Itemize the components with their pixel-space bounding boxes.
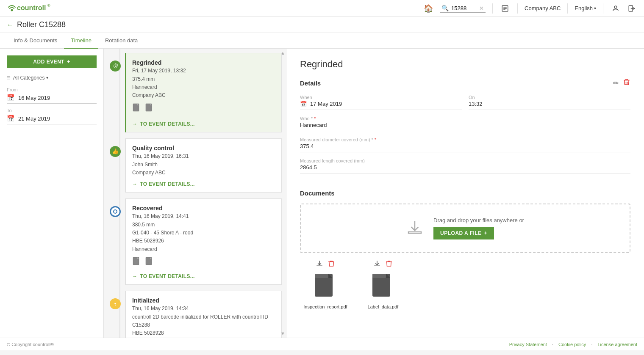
- event-link-arrow-regrinded: →: [132, 121, 137, 127]
- event-link-label-regrinded: TO EVENT DETAILS...: [140, 121, 194, 127]
- on-field: On 13:32: [469, 95, 630, 110]
- svg-point-10: [115, 66, 116, 67]
- add-event-icon: +: [67, 59, 70, 65]
- doc-delete-0[interactable]: [328, 260, 335, 269]
- length-field: Measured length covered (mm) 2864.5: [300, 158, 630, 173]
- diameter-value: 375.4: [300, 143, 630, 149]
- event-title-regrinded: Regrinded: [132, 59, 275, 66]
- doc-icon-button[interactable]: [500, 3, 511, 14]
- footer-link-privacy[interactable]: Privacy Statement: [509, 342, 547, 347]
- footer-link-cookie[interactable]: Cookie policy: [558, 342, 586, 347]
- svg-point-19: [114, 303, 116, 304]
- event-docs-recovered: [132, 257, 275, 269]
- page-title: Roller C15288: [17, 20, 66, 29]
- doc-icon-3: [132, 257, 142, 269]
- top-nav: countroll ® 🏠 🔍 15288 ✕ Company ABC Engl…: [0, 0, 644, 17]
- timeline-item-regrinded: Regrinded Fri, 17 May 2019, 13:32 375.4 …: [125, 53, 282, 132]
- left-panel: ADD EVENT + ≡ All Categories ▾ From 📅 16…: [0, 49, 104, 338]
- upload-download-icon: [406, 219, 423, 237]
- timeline-item-initialized: Initialized Thu, 16 May 2019, 14:34 coun…: [125, 291, 282, 338]
- edit-button[interactable]: ✏: [613, 78, 619, 88]
- svg-point-7: [614, 6, 617, 8]
- tab-timeline[interactable]: Timeline: [64, 33, 98, 49]
- event-date-quality: Thu, 16 May 2019, 16:31: [132, 153, 275, 159]
- documents-label: Documents: [300, 190, 335, 197]
- language-selector[interactable]: English ▾: [575, 5, 596, 11]
- from-date-field[interactable]: 📅 16 May 2019: [7, 94, 97, 104]
- footer-sep-2: ·: [591, 342, 592, 347]
- upload-label: UPLOAD A FILE: [440, 230, 482, 236]
- main-layout: ADD EVENT + ≡ All Categories ▾ From 📅 16…: [0, 49, 644, 338]
- when-value: 📅 17 May 2019: [300, 101, 462, 107]
- detail-actions: ✏: [613, 78, 630, 88]
- doc-download-1[interactable]: [373, 260, 381, 269]
- event-card-quality[interactable]: Quality control Thu, 16 May 2019, 16:31 …: [125, 138, 282, 193]
- event-title-recovered: Recovered: [132, 205, 275, 212]
- who-label: Who *: [300, 116, 630, 121]
- doc-download-0[interactable]: [316, 260, 323, 269]
- category-filter-dropdown[interactable]: All Categories ▾: [13, 75, 49, 81]
- length-label: Measured length covered (mm): [300, 158, 630, 163]
- search-input[interactable]: 15288: [451, 5, 477, 11]
- event-link-recovered[interactable]: → TO EVENT DETAILS...: [132, 273, 275, 279]
- doc-file-1: Label_data.pdf: [358, 260, 408, 309]
- upload-button[interactable]: UPLOAD A FILE +: [433, 227, 494, 239]
- to-date-field[interactable]: 📅 21 May 2019: [7, 115, 97, 124]
- timeline-dot-recovered: [110, 206, 121, 217]
- event-meta-quality: John Smith Company ABC: [132, 161, 275, 177]
- timeline-line: [119, 49, 120, 338]
- filter-label: All Categories: [13, 75, 45, 81]
- event-link-regrinded[interactable]: → TO EVENT DETAILS...: [132, 121, 275, 127]
- logout-button[interactable]: [626, 3, 637, 14]
- search-icon: 🔍: [441, 5, 449, 11]
- svg-text:®: ®: [47, 3, 50, 8]
- doc-file-0-actions: [300, 260, 351, 269]
- event-card-regrinded[interactable]: Regrinded Fri, 17 May 2019, 13:32 375.4 …: [125, 53, 282, 132]
- from-label: From: [7, 87, 97, 92]
- who-field: Who * Hannecard: [300, 116, 630, 131]
- doc-icon-1: [132, 103, 142, 117]
- tabs: Info & Documents Timeline Rotation data: [0, 33, 644, 49]
- clear-search-button[interactable]: ✕: [479, 5, 484, 11]
- diameter-field: Measured diameter covered (mm) * 375.4: [300, 137, 630, 152]
- doc-delete-1[interactable]: [385, 260, 393, 269]
- back-button[interactable]: ←: [7, 21, 14, 29]
- timeline-scroll: ▲ Regrinded Fri, 17 May 2019, 13:32 375.…: [125, 49, 286, 338]
- user-button[interactable]: [610, 3, 621, 14]
- to-date-value: 21 May 2019: [18, 116, 50, 122]
- right-panel: Regrinded Details ✏: [286, 49, 644, 338]
- drop-zone[interactable]: Drag and drop your files anywhere or UPL…: [300, 204, 630, 253]
- lang-dropdown-icon: ▾: [594, 6, 596, 11]
- filter-row: ≡ All Categories ▾: [7, 74, 97, 81]
- event-card-recovered[interactable]: Recovered Thu, 16 May 2019, 14:41 380.5 …: [125, 198, 282, 285]
- home-button[interactable]: 🏠: [422, 2, 435, 15]
- filter-icon: ≡: [7, 74, 11, 81]
- event-date-regrinded: Fri, 17 May 2019, 13:32: [132, 68, 275, 74]
- details-section-header: Details ✏: [300, 78, 630, 88]
- delete-button[interactable]: [623, 78, 630, 88]
- scroll-down-indicator[interactable]: ▼: [280, 331, 285, 336]
- event-card-initialized[interactable]: Initialized Thu, 16 May 2019, 14:34 coun…: [125, 291, 282, 338]
- event-link-arrow-recovered: →: [132, 273, 137, 279]
- timeline-dot-initialized: [110, 298, 121, 309]
- to-calendar-icon: 📅: [7, 115, 15, 122]
- on-value: 13:32: [469, 101, 630, 107]
- tab-info[interactable]: Info & Documents: [7, 33, 64, 49]
- event-link-quality[interactable]: → TO EVENT DETAILS...: [132, 181, 275, 187]
- svg-point-0: [11, 9, 13, 11]
- diameter-label: Measured diameter covered (mm) *: [300, 137, 630, 142]
- tab-rotation[interactable]: Rotation data: [98, 33, 144, 49]
- drag-drop-text: Drag and drop your files anywhere or: [433, 217, 524, 223]
- event-link-arrow-quality: →: [132, 181, 137, 187]
- dropdown-arrow-icon: ▾: [46, 75, 48, 80]
- nav-divider-4: [603, 3, 603, 14]
- nav-divider-2: [517, 3, 518, 14]
- from-date-value: 16 May 2019: [18, 95, 50, 101]
- add-event-button[interactable]: ADD EVENT +: [7, 55, 97, 68]
- svg-rect-20: [115, 304, 115, 305]
- footer-link-license[interactable]: License agreement: [597, 342, 637, 347]
- svg-rect-24: [315, 274, 328, 278]
- on-label: On: [469, 95, 630, 100]
- doc-filename-0: Inspection_report.pdf: [303, 304, 347, 309]
- add-event-label: ADD EVENT: [33, 59, 64, 65]
